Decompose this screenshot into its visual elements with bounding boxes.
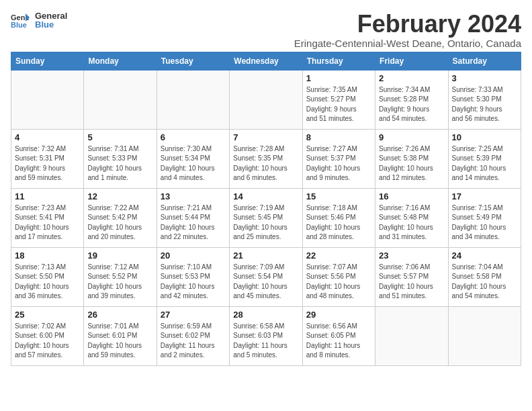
day-number: 22	[306, 250, 371, 261]
day-info: Sunrise: 7:25 AM Sunset: 5:39 PM Dayligh…	[452, 144, 517, 183]
cell-w1-d4	[230, 70, 302, 129]
day-number: 15	[306, 191, 371, 201]
week-row-3: 11Sunrise: 7:23 AM Sunset: 5:41 PM Dayli…	[11, 188, 521, 247]
day-info: Sunrise: 6:59 AM Sunset: 6:02 PM Dayligh…	[161, 322, 226, 361]
cell-w5-d3: 27Sunrise: 6:59 AM Sunset: 6:02 PM Dayli…	[157, 306, 229, 365]
day-info: Sunrise: 7:26 AM Sunset: 5:38 PM Dayligh…	[379, 144, 444, 183]
header: General Blue General Blue February 2024 …	[11, 11, 521, 49]
day-info: Sunrise: 7:15 AM Sunset: 5:49 PM Dayligh…	[452, 203, 517, 242]
calendar-title: February 2024	[294, 11, 521, 38]
cell-w4-d3: 20Sunrise: 7:10 AM Sunset: 5:53 PM Dayli…	[157, 247, 229, 306]
day-number: 27	[161, 310, 226, 320]
day-info: Sunrise: 7:02 AM Sunset: 6:00 PM Dayligh…	[15, 322, 80, 361]
day-number: 23	[379, 250, 444, 261]
day-number: 13	[161, 191, 226, 201]
logo: General Blue General Blue	[11, 11, 67, 30]
cell-w5-d2: 26Sunrise: 7:01 AM Sunset: 6:01 PM Dayli…	[84, 306, 157, 365]
day-number: 10	[452, 132, 517, 142]
col-header-tuesday: Tuesday	[157, 52, 229, 70]
day-number: 19	[87, 250, 152, 261]
day-info: Sunrise: 7:22 AM Sunset: 5:42 PM Dayligh…	[87, 203, 152, 242]
day-info: Sunrise: 7:07 AM Sunset: 5:56 PM Dayligh…	[306, 263, 371, 302]
cell-w1-d6: 2Sunrise: 7:34 AM Sunset: 5:28 PM Daylig…	[375, 70, 448, 129]
cell-w2-d5: 8Sunrise: 7:27 AM Sunset: 5:37 PM Daylig…	[302, 129, 375, 188]
day-number: 4	[15, 132, 80, 142]
day-info: Sunrise: 7:01 AM Sunset: 6:01 PM Dayligh…	[87, 322, 152, 361]
week-row-4: 18Sunrise: 7:13 AM Sunset: 5:50 PM Dayli…	[11, 247, 521, 306]
day-number: 1	[306, 73, 371, 83]
cell-w4-d2: 19Sunrise: 7:12 AM Sunset: 5:52 PM Dayli…	[84, 247, 157, 306]
day-number: 16	[379, 191, 444, 201]
cell-w1-d2	[84, 70, 157, 129]
cell-w3-d6: 16Sunrise: 7:16 AM Sunset: 5:48 PM Dayli…	[375, 188, 448, 247]
col-header-wednesday: Wednesday	[230, 52, 302, 70]
day-number: 20	[161, 250, 226, 261]
cell-w2-d2: 5Sunrise: 7:31 AM Sunset: 5:33 PM Daylig…	[84, 129, 157, 188]
cell-w4-d5: 22Sunrise: 7:07 AM Sunset: 5:56 PM Dayli…	[302, 247, 375, 306]
day-info: Sunrise: 7:33 AM Sunset: 5:30 PM Dayligh…	[452, 85, 517, 124]
day-number: 28	[233, 310, 298, 320]
cell-w5-d6	[375, 306, 448, 365]
cell-w2-d1: 4Sunrise: 7:32 AM Sunset: 5:31 PM Daylig…	[11, 129, 84, 188]
cell-w4-d6: 23Sunrise: 7:06 AM Sunset: 5:57 PM Dayli…	[375, 247, 448, 306]
svg-text:Blue: Blue	[11, 21, 27, 28]
day-info: Sunrise: 7:30 AM Sunset: 5:34 PM Dayligh…	[161, 144, 226, 183]
cell-w3-d3: 13Sunrise: 7:21 AM Sunset: 5:44 PM Dayli…	[157, 188, 229, 247]
day-info: Sunrise: 7:23 AM Sunset: 5:41 PM Dayligh…	[15, 203, 80, 242]
cell-w1-d1	[11, 70, 84, 129]
day-number: 18	[15, 250, 80, 261]
day-number: 8	[306, 132, 371, 142]
day-number: 2	[379, 73, 444, 83]
cell-w2-d3: 6Sunrise: 7:30 AM Sunset: 5:34 PM Daylig…	[157, 129, 229, 188]
day-number: 17	[452, 191, 517, 201]
cell-w3-d4: 14Sunrise: 7:19 AM Sunset: 5:45 PM Dayli…	[230, 188, 302, 247]
day-number: 11	[15, 191, 80, 201]
cell-w1-d7: 3Sunrise: 7:33 AM Sunset: 5:30 PM Daylig…	[448, 70, 521, 129]
header-row: SundayMondayTuesdayWednesdayThursdayFrid…	[11, 52, 521, 70]
day-info: Sunrise: 6:58 AM Sunset: 6:03 PM Dayligh…	[233, 322, 298, 361]
cell-w4-d1: 18Sunrise: 7:13 AM Sunset: 5:50 PM Dayli…	[11, 247, 84, 306]
day-number: 26	[87, 310, 152, 320]
cell-w5-d4: 28Sunrise: 6:58 AM Sunset: 6:03 PM Dayli…	[230, 306, 302, 365]
day-number: 6	[161, 132, 226, 142]
cell-w1-d5: 1Sunrise: 7:35 AM Sunset: 5:27 PM Daylig…	[302, 70, 375, 129]
day-number: 9	[379, 132, 444, 142]
day-info: Sunrise: 7:13 AM Sunset: 5:50 PM Dayligh…	[15, 263, 80, 302]
day-info: Sunrise: 7:10 AM Sunset: 5:53 PM Dayligh…	[161, 263, 226, 302]
day-number: 3	[452, 73, 517, 83]
cell-w3-d5: 15Sunrise: 7:18 AM Sunset: 5:46 PM Dayli…	[302, 188, 375, 247]
cell-w3-d1: 11Sunrise: 7:23 AM Sunset: 5:41 PM Dayli…	[11, 188, 84, 247]
cell-w3-d2: 12Sunrise: 7:22 AM Sunset: 5:42 PM Dayli…	[84, 188, 157, 247]
title-block: February 2024 Eringate-Centennial-West D…	[294, 11, 521, 49]
day-info: Sunrise: 7:21 AM Sunset: 5:44 PM Dayligh…	[161, 203, 226, 242]
day-info: Sunrise: 6:56 AM Sunset: 6:05 PM Dayligh…	[306, 322, 371, 361]
logo-icon: General Blue	[11, 12, 30, 28]
day-info: Sunrise: 7:18 AM Sunset: 5:46 PM Dayligh…	[306, 203, 371, 242]
day-number: 24	[452, 250, 517, 261]
day-info: Sunrise: 7:34 AM Sunset: 5:28 PM Dayligh…	[379, 85, 444, 124]
logo-line2: Blue	[35, 19, 67, 30]
day-info: Sunrise: 7:16 AM Sunset: 5:48 PM Dayligh…	[379, 203, 444, 242]
day-number: 12	[87, 191, 152, 201]
cell-w2-d6: 9Sunrise: 7:26 AM Sunset: 5:38 PM Daylig…	[375, 129, 448, 188]
cell-w5-d5: 29Sunrise: 6:56 AM Sunset: 6:05 PM Dayli…	[302, 306, 375, 365]
day-number: 7	[233, 132, 298, 142]
day-info: Sunrise: 7:32 AM Sunset: 5:31 PM Dayligh…	[15, 144, 80, 183]
day-number: 29	[306, 310, 371, 320]
cell-w1-d3	[157, 70, 229, 129]
cell-w5-d1: 25Sunrise: 7:02 AM Sunset: 6:00 PM Dayli…	[11, 306, 84, 365]
day-info: Sunrise: 7:19 AM Sunset: 5:45 PM Dayligh…	[233, 203, 298, 242]
day-number: 25	[15, 310, 80, 320]
day-info: Sunrise: 7:09 AM Sunset: 5:54 PM Dayligh…	[233, 263, 298, 302]
day-number: 21	[233, 250, 298, 261]
day-info: Sunrise: 7:35 AM Sunset: 5:27 PM Dayligh…	[306, 85, 371, 124]
cell-w5-d7	[448, 306, 521, 365]
week-row-1: 1Sunrise: 7:35 AM Sunset: 5:27 PM Daylig…	[11, 70, 521, 129]
cell-w3-d7: 17Sunrise: 7:15 AM Sunset: 5:49 PM Dayli…	[448, 188, 521, 247]
cell-w4-d7: 24Sunrise: 7:04 AM Sunset: 5:58 PM Dayli…	[448, 247, 521, 306]
day-number: 5	[87, 132, 152, 142]
cell-w4-d4: 21Sunrise: 7:09 AM Sunset: 5:54 PM Dayli…	[230, 247, 302, 306]
day-number: 14	[233, 191, 298, 201]
day-info: Sunrise: 7:27 AM Sunset: 5:37 PM Dayligh…	[306, 144, 371, 183]
cell-w2-d4: 7Sunrise: 7:28 AM Sunset: 5:35 PM Daylig…	[230, 129, 302, 188]
